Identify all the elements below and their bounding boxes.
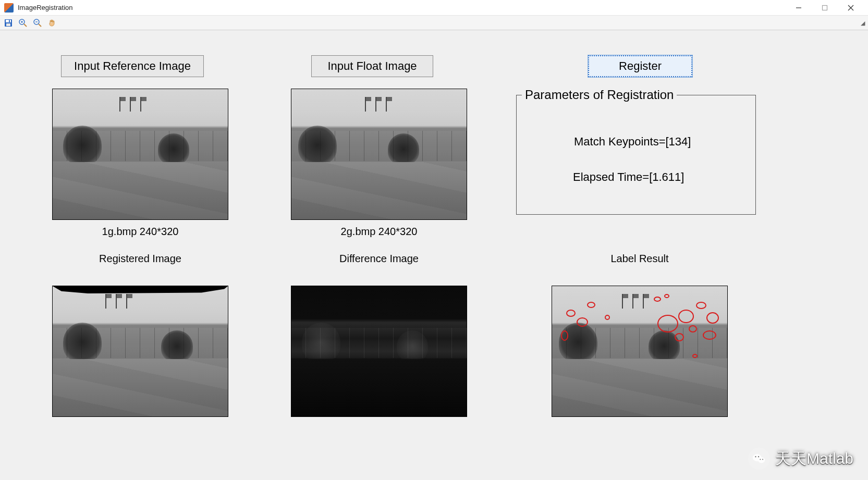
input-reference-button[interactable]: Input Reference Image <box>61 55 204 77</box>
save-icon[interactable] <box>2 17 15 29</box>
zoom-out-icon[interactable] <box>31 17 44 29</box>
svg-rect-7 <box>9 20 10 22</box>
reference-image-caption: 1g.bmp 240*320 <box>52 226 228 238</box>
label-result-image-panel[interactable] <box>552 286 728 417</box>
svg-point-19 <box>760 459 761 460</box>
svg-point-16 <box>758 457 765 463</box>
difference-image-panel[interactable] <box>291 286 467 417</box>
elapsed-time-label: Elapsed Time= <box>573 170 649 183</box>
label-result-label: Label Result <box>552 253 728 265</box>
match-keypoints-row: Match Keypoints=[134] <box>574 135 691 149</box>
svg-point-15 <box>753 454 762 461</box>
app-icon <box>4 3 14 13</box>
reference-image-panel[interactable] <box>52 89 228 220</box>
svg-point-17 <box>755 456 756 457</box>
window-title: ImageRegistration <box>18 4 786 11</box>
svg-rect-5 <box>6 20 11 22</box>
svg-line-9 <box>24 24 27 27</box>
minimize-button[interactable] <box>786 0 812 16</box>
svg-rect-6 <box>6 23 10 26</box>
register-button[interactable]: Register <box>588 55 692 77</box>
parameters-legend: Parameters of Registration <box>522 88 677 102</box>
float-image-caption: 2g.bmp 240*320 <box>291 226 467 238</box>
input-float-button[interactable]: Input Float Image <box>311 55 433 77</box>
pan-hand-icon[interactable] <box>46 17 58 29</box>
parameters-panel: Parameters of Registration Match Keypoin… <box>516 95 756 215</box>
registered-image-panel[interactable] <box>52 286 228 417</box>
wechat-icon <box>748 448 770 470</box>
toolbar: ◢ <box>0 16 868 30</box>
maximize-button[interactable] <box>812 0 838 16</box>
registered-image-label: Registered Image <box>52 253 228 265</box>
close-button[interactable] <box>838 0 864 16</box>
watermark-text: 天天Matlab <box>775 448 853 470</box>
zoom-in-icon[interactable] <box>17 17 29 29</box>
window-controls <box>786 0 864 16</box>
match-keypoints-label: Match Keypoints= <box>574 135 665 148</box>
elapsed-time-value: [1.611] <box>649 170 684 183</box>
elapsed-time-row: Elapsed Time=[1.611] <box>573 170 684 184</box>
window-titlebar: ImageRegistration <box>0 0 868 16</box>
difference-image-label: Difference Image <box>291 253 467 265</box>
svg-point-20 <box>762 459 763 460</box>
svg-rect-1 <box>823 5 827 10</box>
watermark: 天天Matlab <box>748 448 853 470</box>
float-image-panel[interactable] <box>291 89 467 220</box>
svg-line-13 <box>39 24 41 27</box>
toolbar-overflow-icon[interactable]: ◢ <box>861 19 865 26</box>
match-keypoints-value: [134] <box>665 135 691 148</box>
content-area: Input Reference Image Input Float Image … <box>0 30 868 480</box>
svg-point-18 <box>758 456 759 457</box>
